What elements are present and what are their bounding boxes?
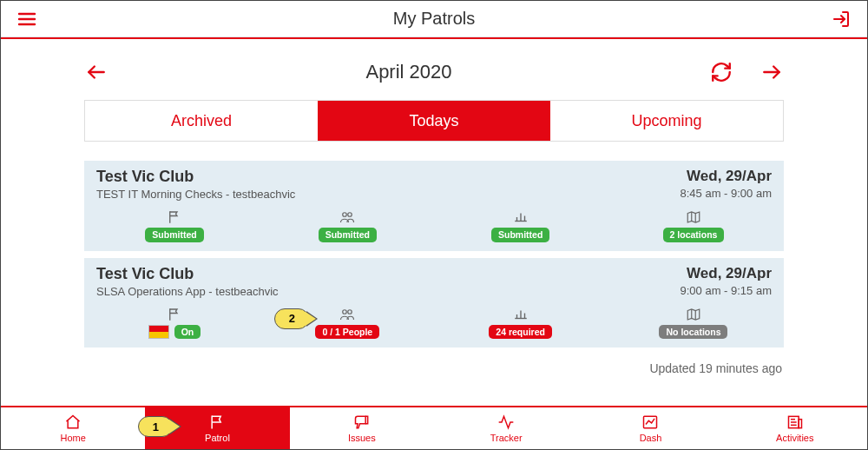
metric-locations: No locations bbox=[650, 307, 737, 340]
nav-issues[interactable]: Issues bbox=[290, 407, 434, 449]
nav-label: Patrol bbox=[205, 433, 230, 443]
chart-line-icon bbox=[641, 414, 660, 431]
flag-icon bbox=[207, 414, 227, 431]
flag-icon bbox=[165, 209, 184, 225]
club-name: Test Vic Club bbox=[96, 265, 279, 283]
patrol-subtitle: TEST IT Morning Checks - testbeachvic bbox=[96, 188, 295, 201]
nav-label: Activities bbox=[776, 433, 813, 443]
annotation-callout: 1 bbox=[138, 416, 173, 437]
month-nav: April 2020 bbox=[84, 48, 784, 100]
map-icon bbox=[684, 307, 703, 322]
metric-stats: Submitted bbox=[477, 209, 564, 242]
tab-upcoming[interactable]: Upcoming bbox=[550, 101, 783, 141]
svg-point-14 bbox=[348, 309, 352, 314]
status-badge: 24 required bbox=[489, 325, 552, 340]
svg-point-6 bbox=[348, 213, 352, 217]
bar-chart-icon bbox=[511, 209, 530, 225]
menu-icon[interactable] bbox=[15, 7, 39, 31]
tab-todays[interactable]: Todays bbox=[318, 101, 550, 141]
patrol-time: 8:45 am - 9:00 am bbox=[681, 187, 773, 200]
nav-activities[interactable]: Activities bbox=[723, 407, 867, 449]
page-title: My Patrols bbox=[39, 9, 829, 29]
newspaper-icon bbox=[786, 414, 805, 431]
map-icon bbox=[684, 209, 703, 225]
bar-chart-icon bbox=[511, 307, 530, 322]
status-badge: No locations bbox=[659, 325, 727, 340]
nav-tracker[interactable]: Tracker bbox=[434, 407, 578, 449]
home-icon bbox=[63, 414, 82, 431]
metric-stats: 24 required bbox=[477, 307, 564, 340]
month-label: April 2020 bbox=[365, 61, 451, 83]
svg-point-13 bbox=[343, 309, 347, 314]
patrol-card[interactable]: Test Vic Club SLSA Operations App - test… bbox=[84, 258, 784, 348]
metric-people: Submitted bbox=[304, 209, 391, 242]
status-badge: Submitted bbox=[491, 228, 549, 242]
metric-locations: 2 locations bbox=[650, 209, 737, 242]
nav-home[interactable]: Home bbox=[1, 407, 145, 449]
nav-dash[interactable]: Dash bbox=[578, 407, 722, 449]
status-badge: 2 locations bbox=[663, 228, 725, 242]
metric-status: Submitted bbox=[131, 209, 218, 242]
status-badge: On bbox=[174, 325, 201, 340]
next-month-arrow-icon[interactable] bbox=[760, 60, 784, 84]
tab-archived[interactable]: Archived bbox=[85, 101, 318, 141]
logout-icon[interactable] bbox=[829, 7, 853, 31]
last-updated: Updated 19 minutes ago bbox=[84, 354, 784, 375]
annotation-callout: 2 bbox=[274, 308, 309, 329]
status-badge: 0 / 1 People bbox=[315, 325, 379, 340]
nav-patrol[interactable]: 1 Patrol bbox=[145, 406, 289, 449]
prev-month-arrow-icon[interactable] bbox=[84, 60, 108, 84]
patrol-subtitle: SLSA Operations App - testbeachvic bbox=[96, 285, 279, 298]
club-name: Test Vic Club bbox=[96, 168, 295, 186]
flag-icon bbox=[165, 307, 184, 322]
lifesaving-flag-icon bbox=[148, 325, 169, 339]
bottom-nav: Home 1 Patrol Issues Tracker Dash Activi… bbox=[1, 406, 867, 449]
patrol-card[interactable]: Test Vic Club TEST IT Morning Checks - t… bbox=[84, 161, 784, 251]
nav-label: Issues bbox=[348, 433, 376, 443]
patrol-date: Wed, 29/Apr bbox=[681, 265, 773, 282]
activity-icon bbox=[496, 414, 516, 431]
nav-label: Tracker bbox=[490, 433, 523, 443]
metric-status: On bbox=[131, 307, 218, 340]
people-icon bbox=[338, 209, 357, 225]
top-bar: My Patrols bbox=[1, 1, 867, 37]
svg-point-5 bbox=[343, 213, 347, 217]
people-icon bbox=[338, 307, 357, 322]
status-badge: Submitted bbox=[319, 228, 377, 242]
main-content: April 2020 Archived Todays Upcoming Test bbox=[1, 39, 867, 375]
status-badge: Submitted bbox=[145, 228, 203, 242]
refresh-icon[interactable] bbox=[709, 60, 733, 84]
metric-people: 2 0 / 1 People bbox=[304, 307, 391, 340]
tab-bar: Archived Todays Upcoming bbox=[84, 100, 784, 142]
thumbs-down-icon bbox=[352, 414, 372, 431]
patrol-date: Wed, 29/Apr bbox=[681, 168, 773, 185]
nav-label: Home bbox=[60, 433, 85, 443]
svg-rect-23 bbox=[799, 420, 801, 428]
patrol-time: 9:00 am - 9:15 am bbox=[681, 284, 773, 297]
nav-label: Dash bbox=[640, 433, 662, 443]
